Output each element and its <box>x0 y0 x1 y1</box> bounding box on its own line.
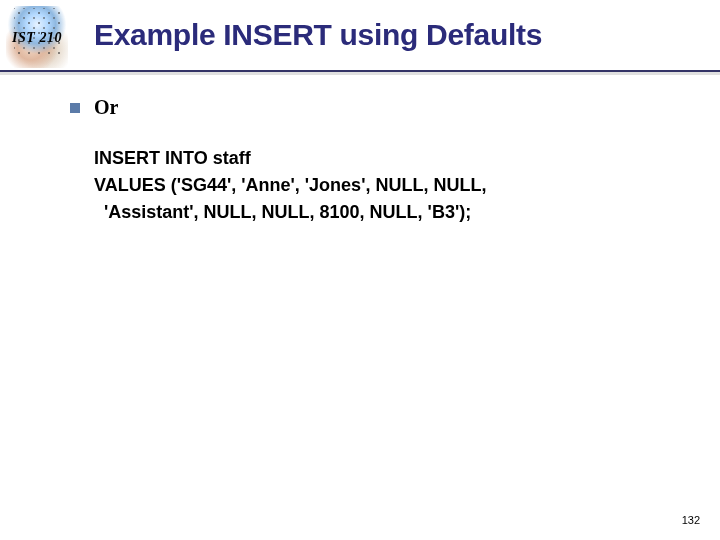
slide-title: Example INSERT using Defaults <box>94 18 542 52</box>
slide-header: IST 210 Example INSERT using Defaults <box>0 0 720 72</box>
bullet-label: Or <box>94 96 118 119</box>
header-divider <box>0 72 720 75</box>
square-bullet-icon <box>70 103 80 113</box>
sql-code-block: INSERT INTO staff VALUES ('SG44', 'Anne'… <box>94 145 680 226</box>
bullet-item: Or <box>70 96 680 119</box>
slide-content: Or INSERT INTO staff VALUES ('SG44', 'An… <box>0 72 720 226</box>
course-logo: IST 210 <box>6 6 68 68</box>
code-line: INSERT INTO staff <box>94 145 680 172</box>
course-code: IST 210 <box>6 30 68 46</box>
page-number: 132 <box>682 514 700 526</box>
code-line: VALUES ('SG44', 'Anne', 'Jones', NULL, N… <box>94 172 680 199</box>
code-line: 'Assistant', NULL, NULL, 8100, NULL, 'B3… <box>94 199 680 226</box>
